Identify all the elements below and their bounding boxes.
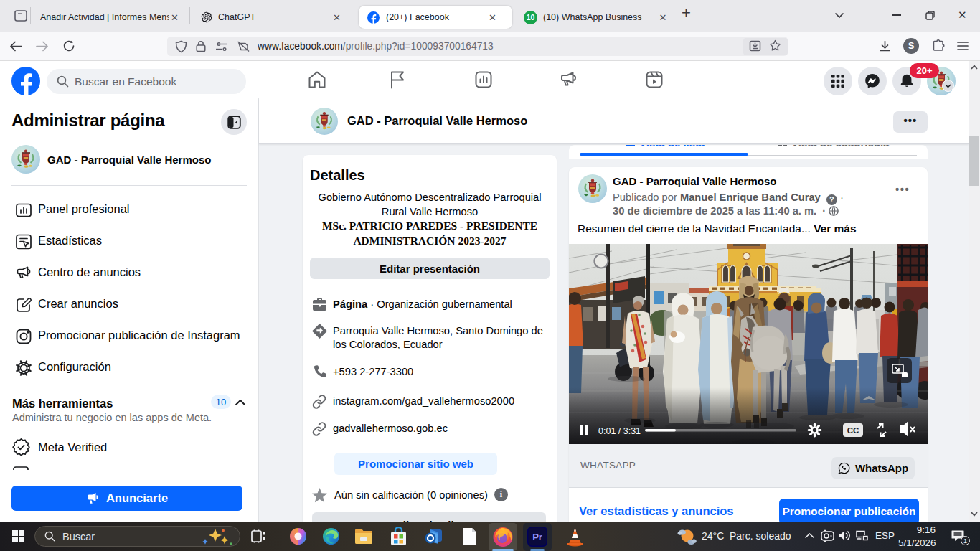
svg-text:Pr: Pr: [532, 532, 542, 542]
svg-text:CC: CC: [847, 426, 859, 435]
svg-text:0:01 / 3:31: 0:01 / 3:31: [598, 426, 641, 436]
